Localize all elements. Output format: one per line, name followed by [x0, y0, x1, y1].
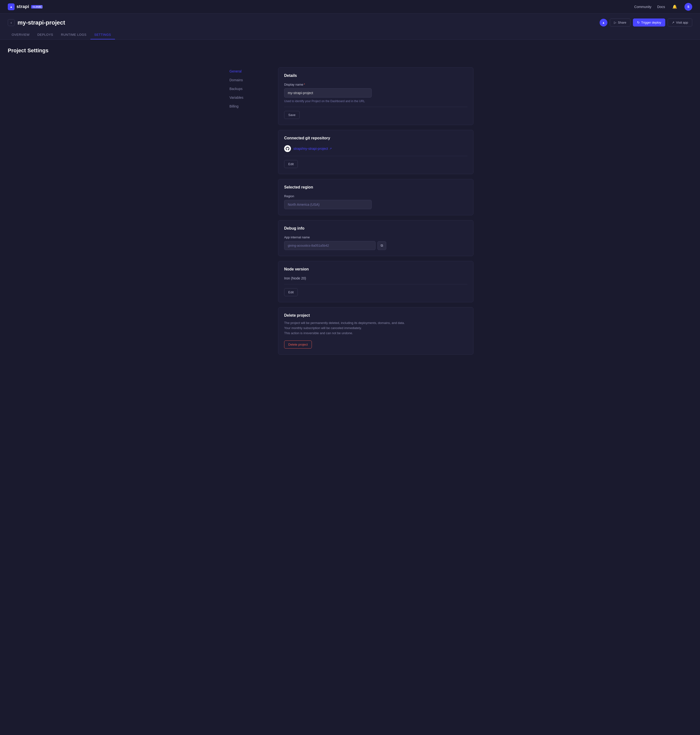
display-name-input[interactable]: [284, 88, 372, 97]
project-title-left: ‹ my-strapi-project: [8, 19, 65, 26]
project-header: ‹ my-strapi-project ▲ ▷ Share ↻ Trigger …: [0, 13, 700, 40]
logo-area: ▲ strapi CLOUD: [8, 3, 43, 10]
delete-desc-line1: The project will be permanently deleted,…: [284, 321, 468, 326]
delete-card-title: Delete project: [284, 313, 468, 318]
details-card: Details Display name* Used to identify y…: [278, 67, 474, 125]
community-link[interactable]: Community: [634, 5, 651, 9]
delete-card: Delete project The project will be perma…: [278, 307, 474, 355]
repo-link[interactable]: strapi/my-strapi-project ↗: [293, 147, 332, 150]
external-link-icon: ↗: [672, 21, 675, 24]
strapi-logo-text: strapi: [16, 4, 29, 9]
app-internal-name-label: App internal name: [284, 236, 468, 239]
share-icon: ▷: [614, 21, 616, 24]
sidebar-item-backups[interactable]: Backups: [226, 85, 270, 93]
deploy-icon: ↻: [637, 21, 640, 24]
sidebar-item-domains[interactable]: Domains: [226, 76, 270, 84]
delete-desc-line3: This action is irreversible and can not …: [284, 331, 468, 336]
settings-wrapper: Project Settings General Domains Backups…: [0, 40, 700, 370]
project-name: my-strapi-project: [18, 19, 65, 26]
settings-content: Details Display name* Used to identify y…: [278, 67, 474, 355]
project-icon: ▲: [600, 19, 607, 27]
delete-desc-line2: Your monthly subscription will be cancel…: [284, 326, 468, 331]
display-name-helper: Used to identify your Project on the Das…: [284, 99, 468, 103]
app-internal-name-input: [284, 241, 375, 250]
visit-app-button[interactable]: ↗ Visit app: [668, 19, 692, 27]
docs-link[interactable]: Docs: [657, 5, 665, 9]
save-button[interactable]: Save: [284, 111, 300, 119]
details-card-title: Details: [284, 74, 468, 78]
delete-description: The project will be permanently deleted,…: [284, 321, 468, 336]
github-icon: [284, 145, 291, 152]
cloud-badge: CLOUD: [31, 5, 43, 9]
node-card-title: Node version: [284, 267, 468, 271]
strapi-icon: ▲: [8, 3, 15, 10]
sidebar-item-billing[interactable]: Billing: [226, 102, 270, 110]
page-title: Project Settings: [8, 47, 692, 54]
git-card: Connected git repository strapi/my-strap…: [278, 130, 474, 174]
back-button[interactable]: ‹: [8, 19, 15, 26]
required-star: *: [304, 83, 305, 86]
user-avatar[interactable]: S: [684, 3, 692, 11]
region-label: Region: [284, 194, 468, 198]
settings-sidebar: General Domains Backups Variables Billin…: [226, 67, 270, 355]
git-edit-button[interactable]: Edit: [284, 160, 298, 168]
project-actions: ▲ ▷ Share ↻ Trigger deploy ↗ Visit app: [600, 19, 692, 27]
tab-runtime-logs[interactable]: RUNTIME LOGS: [57, 30, 90, 40]
region-card-title: Selected region: [284, 185, 468, 190]
share-button[interactable]: ▷ Share: [610, 19, 631, 27]
tab-overview[interactable]: OVERVIEW: [8, 30, 34, 40]
delete-project-button[interactable]: Delete project: [284, 340, 312, 349]
region-card: Selected region Region North America (US…: [278, 179, 474, 215]
display-name-label: Display name*: [284, 83, 468, 86]
trigger-deploy-button[interactable]: ↻ Trigger deploy: [633, 19, 666, 27]
git-card-title: Connected git repository: [284, 136, 468, 140]
copy-button[interactable]: ⧉: [378, 241, 386, 250]
tab-deploys[interactable]: DEPLOYS: [34, 30, 57, 40]
git-repo-row: strapi/my-strapi-project ↗: [284, 145, 468, 152]
project-title-row: ‹ my-strapi-project ▲ ▷ Share ↻ Trigger …: [8, 19, 692, 27]
node-version-value: Iron (Node 20): [284, 276, 468, 280]
nav-right: Community Docs 🔔 S: [634, 3, 692, 11]
copy-icon: ⧉: [381, 243, 383, 247]
debug-card: Debug info App internal name ⧉: [278, 220, 474, 256]
debug-card-title: Debug info: [284, 226, 468, 231]
sidebar-item-general[interactable]: General: [226, 67, 270, 75]
tab-settings[interactable]: SETTINGS: [90, 30, 115, 40]
notifications-bell[interactable]: 🔔: [671, 3, 679, 11]
debug-input-row: ⧉: [284, 241, 386, 250]
repo-name: strapi/my-strapi-project: [293, 147, 328, 150]
sidebar-item-variables[interactable]: Variables: [226, 94, 270, 102]
region-value: North America (USA): [284, 200, 372, 209]
node-card: Node version Iron (Node 20) Edit: [278, 261, 474, 302]
project-tabs: OVERVIEW DEPLOYS RUNTIME LOGS SETTINGS: [8, 30, 692, 40]
external-link-icon: ↗: [329, 147, 332, 150]
main-content: General Domains Backups Variables Billin…: [219, 60, 481, 362]
top-nav: ▲ strapi CLOUD Community Docs 🔔 S: [0, 0, 700, 13]
node-edit-button[interactable]: Edit: [284, 288, 298, 296]
